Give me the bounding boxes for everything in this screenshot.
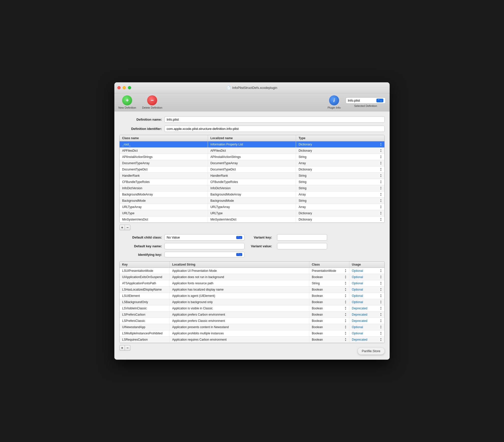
key-cell: LSBackgroundOnly xyxy=(120,299,170,305)
type-stepper-icon[interactable]: ▲▼ xyxy=(380,192,382,196)
class-table-row[interactable]: URLType URLType Dictionary ▲▼ xyxy=(120,210,384,216)
class-stepper-icon[interactable]: ▲▼ xyxy=(345,306,347,310)
class-table-row[interactable]: _root_ Information Property List Diction… xyxy=(120,141,384,148)
usage-stepper-icon[interactable]: ▲▼ xyxy=(380,294,382,298)
usage-stepper-icon[interactable]: ▲▼ xyxy=(380,300,382,304)
identifying-key-select[interactable]: ⌃⌄ xyxy=(164,252,244,257)
class-table-row[interactable]: MinSystemVersDict MinSystemVersDict Dict… xyxy=(120,216,384,223)
class-table-row[interactable]: DocumentTypeArray DocumentTypeArray Arra… xyxy=(120,160,384,166)
type-cell: String ▲▼ xyxy=(296,173,384,179)
class-stepper-icon[interactable]: ▲▼ xyxy=(345,313,347,317)
keys-table-row[interactable]: LSMultipleInstancesProhibited Applicatio… xyxy=(120,330,384,337)
definition-identifier-input[interactable] xyxy=(164,126,385,132)
usage-stepper-icon[interactable]: ▲▼ xyxy=(380,325,382,329)
top-table-add-button[interactable]: + xyxy=(119,225,125,230)
top-table-remove-button[interactable]: − xyxy=(125,225,130,230)
type-stepper-icon[interactable]: ▲▼ xyxy=(380,161,382,165)
keys-table-row[interactable]: LSUIPresentationMode Application UI Pres… xyxy=(120,268,384,274)
class-table-row[interactable]: InfoDictVersion InfoDictVersion String ▲… xyxy=(120,185,384,191)
selected-definition-dropdown[interactable]: Info.plist ⌃⌄ xyxy=(346,97,386,104)
key-cell: LSMultipleInstancesProhibited xyxy=(120,330,170,336)
type-header: Type xyxy=(296,135,384,141)
new-definition-button[interactable]: + xyxy=(122,95,132,105)
bottom-table-remove-button[interactable]: − xyxy=(125,345,130,351)
keys-table-row[interactable]: ATSApplicationFontsPath Application font… xyxy=(120,280,384,287)
class-stepper-icon[interactable]: ▲▼ xyxy=(345,300,347,304)
definition-identifier-row: Definition identifier: xyxy=(119,126,385,132)
close-button[interactable] xyxy=(117,86,121,89)
dropdown-arrow-icon: ⌃⌄ xyxy=(376,99,383,102)
class-stepper-icon[interactable]: ▲▼ xyxy=(345,294,347,298)
keys-table-row[interactable]: LSVisibleInClassic Application is visibl… xyxy=(120,305,384,312)
class-stepper-icon[interactable]: ▲▼ xyxy=(345,325,347,329)
class-table-row[interactable]: URLTypeArray URLTypeArray Array ▲▼ xyxy=(120,204,384,210)
class-stepper-icon[interactable]: ▲▼ xyxy=(345,331,347,335)
definition-name-input[interactable] xyxy=(164,116,385,123)
type-stepper-icon[interactable]: ▲▼ xyxy=(380,155,382,159)
usage-header: Usage xyxy=(349,262,384,268)
default-child-class-select[interactable]: No Value ⌃⌄ xyxy=(164,234,244,241)
plugin-info-button[interactable]: i xyxy=(329,95,339,105)
localized-name-cell: CFBundleTypeRoles xyxy=(208,179,296,185)
class-table-row[interactable]: HandlerRank HandlerRank String ▲▼ xyxy=(120,173,384,179)
type-stepper-icon[interactable]: ▲▼ xyxy=(380,211,382,215)
bottom-table-add-button[interactable]: + xyxy=(119,345,125,351)
maximize-button[interactable] xyxy=(128,86,131,89)
usage-stepper-icon[interactable]: ▲▼ xyxy=(380,269,382,273)
class-name-cell: APIInstallActionStrings xyxy=(120,154,208,160)
type-stepper-icon[interactable]: ▲▼ xyxy=(380,174,382,178)
class-stepper-icon[interactable]: ▲▼ xyxy=(345,281,347,285)
keys-table-row[interactable]: LSHasLocalizedDisplayName Application ha… xyxy=(120,287,384,293)
class-stepper-icon[interactable]: ▲▼ xyxy=(345,288,347,292)
keys-table-row[interactable]: LSPrefersCarbon Application prefers Carb… xyxy=(120,312,384,318)
class-stepper-icon[interactable]: ▲▼ xyxy=(345,338,347,342)
minimize-button[interactable] xyxy=(123,86,126,89)
type-cell: Array ▲▼ xyxy=(296,160,384,166)
class-stepper-icon[interactable]: ▲▼ xyxy=(345,319,347,323)
class-table-row[interactable]: DocumentTypeDict DocumentTypeDict Dictio… xyxy=(120,166,384,173)
titlebar: 📄 InfoPlistStructDefs.xcodeplugin xyxy=(114,82,390,93)
class-table-row[interactable]: BackgroundModeArray BackgroundModeArray … xyxy=(120,191,384,198)
default-key-name-input[interactable] xyxy=(164,243,244,249)
keys-table-row[interactable]: UIApplicationExitsOnSuspend Application … xyxy=(120,274,384,280)
usage-stepper-icon[interactable]: ▲▼ xyxy=(380,319,382,323)
variant-value-input[interactable] xyxy=(277,243,327,249)
usage-stepper-icon[interactable]: ▲▼ xyxy=(380,306,382,310)
type-stepper-icon[interactable]: ▲▼ xyxy=(380,149,382,153)
class-stepper-icon[interactable]: ▲▼ xyxy=(345,275,347,279)
type-stepper-icon[interactable]: ▲▼ xyxy=(380,186,382,190)
keys-table-row[interactable]: UINewsstandApp Application presents cont… xyxy=(120,324,384,330)
class-table-row[interactable]: BackgroundMode BackgroundMode String ▲▼ xyxy=(120,198,384,204)
class-name-cell: BackgroundMode xyxy=(120,198,208,204)
keys-table-row[interactable]: LSUIElement Application is agent (UIElem… xyxy=(120,293,384,299)
type-stepper-icon[interactable]: ▲▼ xyxy=(380,205,382,209)
usage-stepper-icon[interactable]: ▲▼ xyxy=(380,331,382,335)
class-stepper-icon[interactable]: ▲▼ xyxy=(345,269,347,273)
class-table-row[interactable]: CFBundleTypeRoles CFBundleTypeRoles Stri… xyxy=(120,179,384,185)
type-stepper-icon[interactable]: ▲▼ xyxy=(380,180,382,184)
keys-table-row[interactable]: LSRequiresCarbon Application requires Ca… xyxy=(120,337,384,343)
usage-stepper-icon[interactable]: ▲▼ xyxy=(380,338,382,342)
key-cell: LSHasLocalizedDisplayName xyxy=(120,287,170,293)
delete-definition-button[interactable]: − xyxy=(147,95,157,105)
plugin-info-group: i Plugin Info xyxy=(328,95,341,109)
variant-key-input[interactable] xyxy=(277,234,327,241)
class-table-row[interactable]: APIInstallActionStrings APIInstallAction… xyxy=(120,154,384,160)
type-cell: String ▲▼ xyxy=(296,198,384,204)
usage-stepper-icon[interactable]: ▲▼ xyxy=(380,281,382,285)
toolbar: + New Definition − Delete Definition i P… xyxy=(114,93,390,111)
type-stepper-icon[interactable]: ▲▼ xyxy=(380,142,382,146)
keys-table-row[interactable]: LSPrefersClassic Application prefers Cla… xyxy=(120,318,384,324)
definition-name-label: Definition name: xyxy=(119,118,164,121)
localized-name-cell: DocumentTypeDict xyxy=(208,166,296,172)
localized-string-cell: Application has localized display name xyxy=(170,287,309,293)
usage-cell: Deprecated ▲▼ xyxy=(349,318,384,324)
type-stepper-icon[interactable]: ▲▼ xyxy=(380,199,382,203)
class-table-row[interactable]: APFilesDict APFilesDict Dictionary ▲▼ xyxy=(120,148,384,154)
usage-stepper-icon[interactable]: ▲▼ xyxy=(380,288,382,292)
keys-table-row[interactable]: LSBackgroundOnly Application is backgrou… xyxy=(120,299,384,305)
type-stepper-icon[interactable]: ▲▼ xyxy=(380,167,382,171)
usage-stepper-icon[interactable]: ▲▼ xyxy=(380,275,382,279)
type-stepper-icon[interactable]: ▲▼ xyxy=(380,217,382,222)
usage-stepper-icon[interactable]: ▲▼ xyxy=(380,313,382,317)
